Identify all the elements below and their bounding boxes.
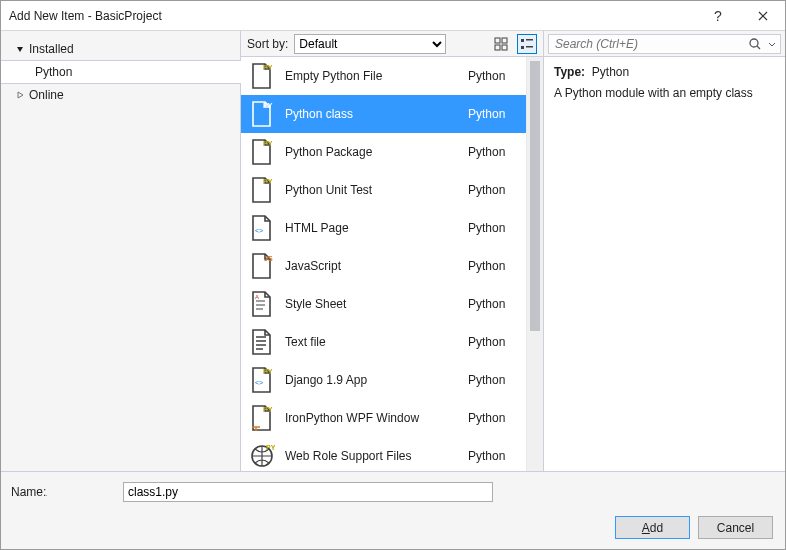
svg-text:<>: <> bbox=[255, 227, 263, 234]
wpf-file-icon: PY bbox=[249, 403, 275, 433]
django-file-icon: <>PY bbox=[249, 365, 275, 395]
template-item-lang: Python bbox=[468, 411, 526, 425]
svg-text:PY: PY bbox=[263, 368, 273, 375]
template-item[interactable]: JS JavaScript Python bbox=[241, 247, 526, 285]
svg-point-21 bbox=[750, 39, 758, 47]
view-small-icons-button[interactable] bbox=[517, 34, 537, 54]
dialog-add-new-item: Add New Item - BasicProject ? Installed … bbox=[0, 0, 786, 550]
text-file-icon bbox=[249, 327, 275, 357]
template-item-name: JavaScript bbox=[285, 259, 458, 273]
svg-rect-6 bbox=[526, 39, 533, 41]
html-file-icon: <> bbox=[249, 213, 275, 243]
svg-rect-2 bbox=[502, 38, 507, 43]
svg-rect-5 bbox=[521, 39, 524, 42]
template-item-name: Text file bbox=[285, 335, 458, 349]
svg-text:PY: PY bbox=[266, 444, 275, 451]
svg-rect-3 bbox=[495, 45, 500, 50]
template-item[interactable]: <>PY Django 1.9 App Python bbox=[241, 361, 526, 399]
view-medium-icons-button[interactable] bbox=[491, 34, 511, 54]
category-tree: Installed Python Online bbox=[1, 31, 241, 471]
template-item-lang: Python bbox=[468, 145, 526, 159]
template-item-name: Django 1.9 App bbox=[285, 373, 458, 387]
template-item-name: Python class bbox=[285, 107, 458, 121]
template-item[interactable]: PY Python class Python bbox=[241, 95, 526, 133]
search-row bbox=[544, 31, 785, 57]
details-body: Type: Python A Python module with an emp… bbox=[544, 57, 785, 110]
template-list[interactable]: PY Empty Python File Python PY Python cl… bbox=[241, 57, 526, 471]
svg-rect-7 bbox=[521, 46, 524, 49]
tree-node-installed[interactable]: Installed bbox=[1, 38, 240, 60]
svg-rect-8 bbox=[526, 46, 533, 48]
template-item-lang: Python bbox=[468, 259, 526, 273]
template-item[interactable]: PY Web Role Support Files Python bbox=[241, 437, 526, 471]
js-file-icon: JS bbox=[249, 251, 275, 281]
template-item-lang: Python bbox=[468, 449, 526, 463]
template-item-name: Web Role Support Files bbox=[285, 449, 458, 463]
titlebar: Add New Item - BasicProject ? bbox=[1, 1, 785, 31]
css-file-icon: A bbox=[249, 289, 275, 319]
template-item-name: Empty Python File bbox=[285, 69, 458, 83]
template-item-lang: Python bbox=[468, 107, 526, 121]
tree-label: Online bbox=[29, 88, 64, 102]
tree-label: Installed bbox=[29, 42, 74, 56]
template-item-lang: Python bbox=[468, 183, 526, 197]
help-button[interactable]: ? bbox=[695, 1, 740, 30]
scrollbar-thumb[interactable] bbox=[530, 61, 540, 331]
template-item-name: Python Package bbox=[285, 145, 458, 159]
cancel-button[interactable]: Cancel bbox=[698, 516, 773, 539]
template-item-name: Style Sheet bbox=[285, 297, 458, 311]
name-row: Name: bbox=[11, 478, 775, 516]
tree-node-python[interactable]: Python bbox=[1, 60, 240, 84]
details-type: Type: Python bbox=[554, 65, 775, 79]
svg-rect-1 bbox=[495, 38, 500, 43]
sort-by-select[interactable]: Default bbox=[294, 34, 446, 54]
tree-node-online[interactable]: Online bbox=[1, 84, 240, 106]
svg-text:JS: JS bbox=[264, 255, 273, 262]
search-box[interactable] bbox=[548, 34, 781, 54]
dialog-body: Installed Python Online Sort by: Default bbox=[1, 31, 785, 471]
name-label: Name: bbox=[11, 485, 119, 499]
svg-text:PY: PY bbox=[263, 140, 273, 147]
svg-rect-4 bbox=[502, 45, 507, 50]
close-button[interactable] bbox=[740, 1, 785, 30]
template-item[interactable]: A Style Sheet Python bbox=[241, 285, 526, 323]
svg-text:A: A bbox=[255, 294, 259, 300]
template-item-name: HTML Page bbox=[285, 221, 458, 235]
dialog-footer: Name: Add Cancel bbox=[1, 471, 785, 549]
template-item[interactable]: PY Python Unit Test Python bbox=[241, 171, 526, 209]
search-input[interactable] bbox=[553, 36, 742, 52]
search-dropdown-icon[interactable] bbox=[768, 37, 776, 51]
py-file-icon: PY bbox=[249, 61, 275, 91]
template-item-lang: Python bbox=[468, 335, 526, 349]
template-item[interactable]: Text file Python bbox=[241, 323, 526, 361]
template-panel: Sort by: Default bbox=[241, 31, 543, 471]
details-panel: Type: Python A Python module with an emp… bbox=[543, 31, 785, 471]
svg-text:PY: PY bbox=[263, 102, 273, 109]
button-row: Add Cancel bbox=[11, 516, 775, 539]
expand-icon bbox=[15, 44, 25, 54]
add-button[interactable]: Add bbox=[615, 516, 690, 539]
template-item-lang: Python bbox=[468, 69, 526, 83]
svg-text:PY: PY bbox=[263, 64, 273, 71]
template-item[interactable]: PY Empty Python File Python bbox=[241, 57, 526, 95]
scrollbar[interactable] bbox=[526, 57, 543, 471]
template-item-lang: Python bbox=[468, 221, 526, 235]
name-input[interactable] bbox=[123, 482, 493, 502]
template-item-name: Python Unit Test bbox=[285, 183, 458, 197]
template-item-lang: Python bbox=[468, 373, 526, 387]
svg-text:<>: <> bbox=[255, 379, 263, 386]
sort-by-label: Sort by: bbox=[247, 37, 288, 51]
svg-text:PY: PY bbox=[263, 178, 273, 185]
details-description: A Python module with an empty class bbox=[554, 85, 775, 102]
template-item[interactable]: <> HTML Page Python bbox=[241, 209, 526, 247]
template-toolbar: Sort by: Default bbox=[241, 31, 543, 57]
search-icon[interactable] bbox=[746, 37, 764, 51]
template-item-name: IronPython WPF Window bbox=[285, 411, 458, 425]
template-item-lang: Python bbox=[468, 297, 526, 311]
template-item[interactable]: PY Python Package Python bbox=[241, 133, 526, 171]
window-title: Add New Item - BasicProject bbox=[9, 9, 695, 23]
template-item[interactable]: PY IronPython WPF Window Python bbox=[241, 399, 526, 437]
tree-label: Python bbox=[35, 65, 72, 79]
svg-text:?: ? bbox=[714, 9, 722, 23]
collapse-icon bbox=[15, 90, 25, 100]
